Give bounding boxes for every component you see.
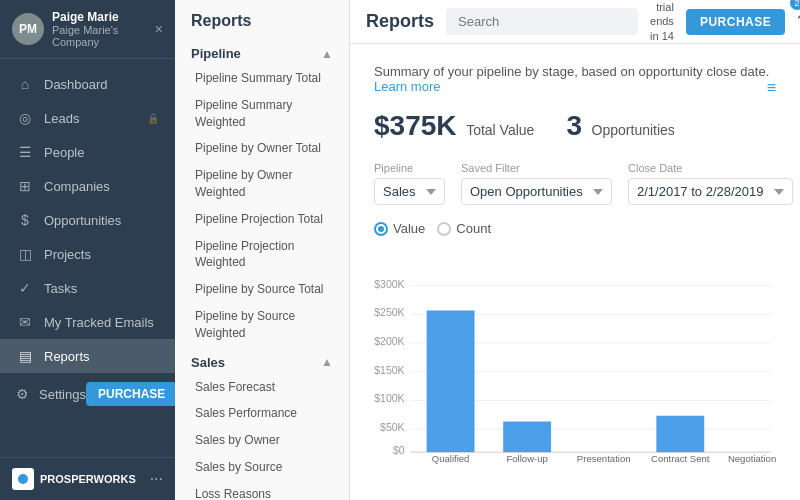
pipeline-filter: Pipeline Sales <box>374 162 445 205</box>
menu-item-pipeline-projection-total[interactable]: Pipeline Projection Total <box>175 206 349 233</box>
sidebar-item-label: Settings <box>39 387 86 402</box>
chart-area: $300K $250K $200K $150K $100K $50K $0 Qu… <box>374 248 776 479</box>
value-radio-dot <box>374 222 388 236</box>
pipeline-section-header: Pipeline ▲ <box>175 38 349 65</box>
sidebar-item-companies[interactable]: ⊞ Companies <box>0 169 175 203</box>
saved-filter-select[interactable]: Open Opportunities <box>461 178 612 205</box>
svg-text:$250K: $250K <box>374 306 404 318</box>
bar-contract-sent[interactable] <box>656 416 704 452</box>
menu-item-pipeline-owner-weighted[interactable]: Pipeline by Owner Weighted <box>175 162 349 206</box>
settings-icon: ⚙ <box>16 386 29 402</box>
sidebar-item-settings[interactable]: ⚙ Settings PURCHASE <box>0 373 175 415</box>
svg-text:Negotiation: Negotiation <box>728 453 776 464</box>
lock-icon: 🔒 <box>147 113 159 124</box>
sidebar: PM Paige Marie Paige Marie's Company × ⌂… <box>0 0 175 500</box>
sidebar-item-label: Companies <box>44 179 159 194</box>
pipeline-filter-label: Pipeline <box>374 162 445 174</box>
search-input[interactable] <box>446 8 638 35</box>
sidebar-item-label: Projects <box>44 247 159 262</box>
sidebar-item-projects[interactable]: ◫ Projects <box>0 237 175 271</box>
topbar: Reports Your trial ends in 14 days PURCH… <box>350 0 800 44</box>
close-button[interactable]: × <box>155 21 163 37</box>
sidebar-footer: PROSPERWORKS ··· <box>0 457 175 500</box>
projects-icon: ◫ <box>16 246 34 262</box>
menu-item-pipeline-source-total[interactable]: Pipeline by Source Total <box>175 276 349 303</box>
sales-toggle[interactable]: ▲ <box>321 355 333 369</box>
value-label: Value <box>393 221 425 236</box>
sidebar-item-label: Opportunities <box>44 213 159 228</box>
pipeline-chart: $300K $250K $200K $150K $100K $50K $0 Qu… <box>374 256 776 476</box>
value-radio[interactable]: Value <box>374 221 425 236</box>
companies-icon: ⊞ <box>16 178 34 194</box>
learn-more-link[interactable]: Learn more <box>374 79 440 94</box>
menu-item-pipeline-owner-total[interactable]: Pipeline by Owner Total <box>175 135 349 162</box>
opportunities-count: 3 <box>566 110 582 141</box>
report-area: Summary of your pipeline by stage, based… <box>350 44 800 500</box>
avatar: PM <box>12 13 44 45</box>
sidebar-item-tasks[interactable]: ✓ Tasks <box>0 271 175 305</box>
trial-line1: Your trial ends <box>650 0 674 29</box>
close-date-select[interactable]: 2/1/2017 to 2/28/2019 <box>628 178 793 205</box>
close-date-group: Close Date 2/1/2017 to 2/28/2019 <box>628 162 793 205</box>
pipeline-toggle[interactable]: ▲ <box>321 47 333 61</box>
report-description: Summary of your pipeline by stage, based… <box>374 64 776 94</box>
sidebar-item-opportunities[interactable]: $ Opportunities <box>0 203 175 237</box>
filter-icon[interactable]: ≡2 <box>767 79 776 97</box>
menu-item-sales-performance[interactable]: Sales Performance <box>175 400 349 427</box>
menu-item-pipeline-projection-weighted[interactable]: Pipeline Projection Weighted <box>175 233 349 277</box>
bar-qualified[interactable] <box>427 310 475 452</box>
sidebar-item-reports[interactable]: ▤ Reports <box>0 339 175 373</box>
purchase-button-sidebar[interactable]: PURCHASE <box>86 382 175 406</box>
nav-items: ⌂ Dashboard ◎ Leads 🔒 ☰ People ⊞ Compani… <box>0 59 175 457</box>
svg-text:$0: $0 <box>393 444 405 456</box>
sales-section-title: Sales <box>191 355 225 370</box>
leads-icon: ◎ <box>16 110 34 126</box>
total-value-metric: $375K Total Value <box>374 110 534 142</box>
menu-item-pipeline-summary-weighted[interactable]: Pipeline Summary Weighted <box>175 92 349 136</box>
svg-text:$100K: $100K <box>374 392 404 404</box>
menu-item-sales-by-source[interactable]: Sales by Source <box>175 454 349 481</box>
saved-filter-group: Saved Filter Open Opportunities <box>461 162 612 205</box>
logo-name: PROSPERWORKS <box>40 473 136 485</box>
menu-item-pipeline-summary-total[interactable]: Pipeline Summary Total <box>175 65 349 92</box>
sidebar-item-tracked-emails[interactable]: ✉ My Tracked Emails <box>0 305 175 339</box>
svg-text:Qualified: Qualified <box>432 453 470 464</box>
bar-followup[interactable] <box>503 422 551 453</box>
more-options-button[interactable]: ··· <box>150 470 163 488</box>
sidebar-item-label: People <box>44 145 159 160</box>
svg-text:$150K: $150K <box>374 364 404 376</box>
user-company: Paige Marie's Company <box>52 24 155 48</box>
main-content: Reports Your trial ends in 14 days PURCH… <box>350 0 800 500</box>
topbar-title: Reports <box>366 11 434 32</box>
logo-icon <box>12 468 34 490</box>
saved-filter-label: Saved Filter <box>461 162 612 174</box>
svg-text:Presentation: Presentation <box>577 453 631 464</box>
pipeline-select[interactable]: Sales <box>374 178 445 205</box>
svg-text:$200K: $200K <box>374 335 404 347</box>
menu-item-sales-forecast[interactable]: Sales Forecast <box>175 374 349 401</box>
total-value-label: Total Value <box>466 122 534 138</box>
sidebar-item-label: My Tracked Emails <box>44 315 159 330</box>
svg-text:$50K: $50K <box>380 421 405 433</box>
sidebar-item-dashboard[interactable]: ⌂ Dashboard <box>0 67 175 101</box>
count-radio[interactable]: Count <box>437 221 491 236</box>
opportunities-icon: $ <box>16 212 34 228</box>
sidebar-item-people[interactable]: ☰ People <box>0 135 175 169</box>
people-icon: ☰ <box>16 144 34 160</box>
svg-text:Follow-up: Follow-up <box>506 453 547 464</box>
purchase-button-top[interactable]: PURCHASE <box>686 9 785 35</box>
view-toggle: Value Count <box>374 221 776 236</box>
sales-section-header: Sales ▲ <box>175 347 349 374</box>
sidebar-item-leads[interactable]: ◎ Leads 🔒 <box>0 101 175 135</box>
menu-item-sales-by-owner[interactable]: Sales by Owner <box>175 427 349 454</box>
svg-text:$300K: $300K <box>374 278 404 290</box>
menu-item-pipeline-source-weighted[interactable]: Pipeline by Source Weighted <box>175 303 349 347</box>
tasks-icon: ✓ <box>16 280 34 296</box>
app-logo: PROSPERWORKS <box>12 468 150 490</box>
count-radio-dot <box>437 222 451 236</box>
filters-row: Pipeline Sales Saved Filter Open Opportu… <box>374 162 776 205</box>
sidebar-header: PM Paige Marie Paige Marie's Company × <box>0 0 175 59</box>
menu-item-loss-reasons[interactable]: Loss Reasons <box>175 481 349 500</box>
sidebar-item-label: Reports <box>44 349 159 364</box>
user-name: Paige Marie <box>52 10 155 24</box>
